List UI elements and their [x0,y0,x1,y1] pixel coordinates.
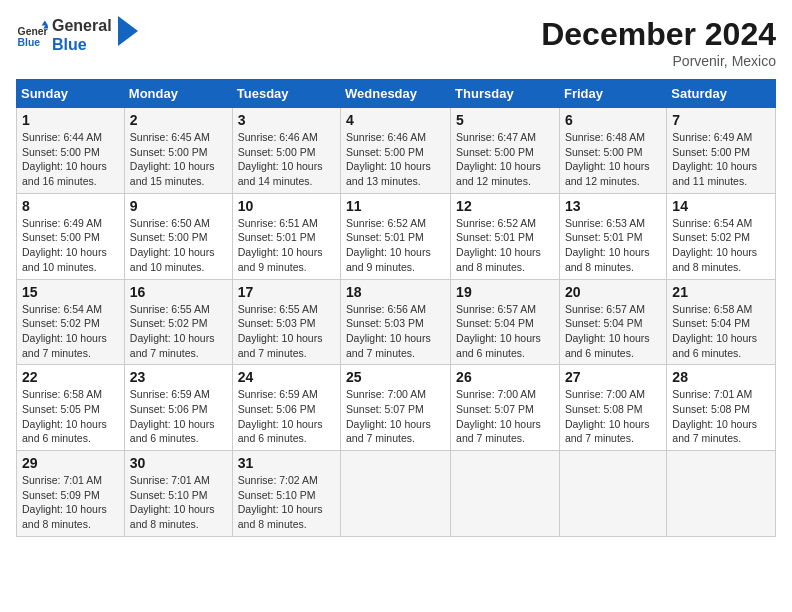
calendar-cell [451,451,560,537]
svg-text:Blue: Blue [18,37,41,48]
day-number: 31 [238,455,335,471]
day-info: Sunrise: 6:49 AM Sunset: 5:00 PM Dayligh… [672,130,770,189]
day-info: Sunrise: 6:57 AM Sunset: 5:04 PM Dayligh… [565,302,661,361]
calendar-cell: 31 Sunrise: 7:02 AM Sunset: 5:10 PM Dayl… [232,451,340,537]
day-info: Sunrise: 7:01 AM Sunset: 5:10 PM Dayligh… [130,473,227,532]
day-info: Sunrise: 7:01 AM Sunset: 5:09 PM Dayligh… [22,473,119,532]
calendar-cell: 30 Sunrise: 7:01 AM Sunset: 5:10 PM Dayl… [124,451,232,537]
day-info: Sunrise: 7:00 AM Sunset: 5:08 PM Dayligh… [565,387,661,446]
day-info: Sunrise: 6:55 AM Sunset: 5:03 PM Dayligh… [238,302,335,361]
calendar-week-row: 1 Sunrise: 6:44 AM Sunset: 5:00 PM Dayli… [17,108,776,194]
header: General Blue General Blue December 2024 … [16,16,776,69]
calendar-cell: 26 Sunrise: 7:00 AM Sunset: 5:07 PM Dayl… [451,365,560,451]
day-info: Sunrise: 6:59 AM Sunset: 5:06 PM Dayligh… [238,387,335,446]
day-number: 10 [238,198,335,214]
day-number: 30 [130,455,227,471]
day-info: Sunrise: 6:52 AM Sunset: 5:01 PM Dayligh… [456,216,554,275]
day-number: 11 [346,198,445,214]
day-info: Sunrise: 7:01 AM Sunset: 5:08 PM Dayligh… [672,387,770,446]
day-info: Sunrise: 6:48 AM Sunset: 5:00 PM Dayligh… [565,130,661,189]
calendar-cell: 11 Sunrise: 6:52 AM Sunset: 5:01 PM Dayl… [341,193,451,279]
day-number: 26 [456,369,554,385]
day-number: 13 [565,198,661,214]
logo: General Blue General Blue [16,16,138,54]
calendar-cell: 15 Sunrise: 6:54 AM Sunset: 5:02 PM Dayl… [17,279,125,365]
calendar-cell: 8 Sunrise: 6:49 AM Sunset: 5:00 PM Dayli… [17,193,125,279]
calendar-table: Sunday Monday Tuesday Wednesday Thursday… [16,79,776,537]
header-wednesday: Wednesday [341,80,451,108]
header-thursday: Thursday [451,80,560,108]
calendar-cell: 4 Sunrise: 6:46 AM Sunset: 5:00 PM Dayli… [341,108,451,194]
calendar-cell: 10 Sunrise: 6:51 AM Sunset: 5:01 PM Dayl… [232,193,340,279]
day-info: Sunrise: 7:00 AM Sunset: 5:07 PM Dayligh… [456,387,554,446]
calendar-cell: 5 Sunrise: 6:47 AM Sunset: 5:00 PM Dayli… [451,108,560,194]
day-number: 29 [22,455,119,471]
calendar-cell: 29 Sunrise: 7:01 AM Sunset: 5:09 PM Dayl… [17,451,125,537]
header-sunday: Sunday [17,80,125,108]
calendar-cell: 23 Sunrise: 6:59 AM Sunset: 5:06 PM Dayl… [124,365,232,451]
day-number: 19 [456,284,554,300]
month-title: December 2024 [541,16,776,53]
calendar-cell: 2 Sunrise: 6:45 AM Sunset: 5:00 PM Dayli… [124,108,232,194]
day-info: Sunrise: 6:53 AM Sunset: 5:01 PM Dayligh… [565,216,661,275]
calendar-cell: 1 Sunrise: 6:44 AM Sunset: 5:00 PM Dayli… [17,108,125,194]
calendar-cell: 14 Sunrise: 6:54 AM Sunset: 5:02 PM Dayl… [667,193,776,279]
day-number: 16 [130,284,227,300]
calendar-cell: 24 Sunrise: 6:59 AM Sunset: 5:06 PM Dayl… [232,365,340,451]
logo-general: General [52,16,112,35]
day-number: 25 [346,369,445,385]
svg-marker-4 [118,16,138,46]
calendar-cell: 20 Sunrise: 6:57 AM Sunset: 5:04 PM Dayl… [559,279,666,365]
day-number: 22 [22,369,119,385]
title-area: December 2024 Porvenir, Mexico [541,16,776,69]
day-number: 12 [456,198,554,214]
logo-icon: General Blue [16,19,48,51]
day-number: 28 [672,369,770,385]
day-info: Sunrise: 6:52 AM Sunset: 5:01 PM Dayligh… [346,216,445,275]
day-number: 6 [565,112,661,128]
header-tuesday: Tuesday [232,80,340,108]
calendar-cell: 16 Sunrise: 6:55 AM Sunset: 5:02 PM Dayl… [124,279,232,365]
day-number: 17 [238,284,335,300]
calendar-week-row: 15 Sunrise: 6:54 AM Sunset: 5:02 PM Dayl… [17,279,776,365]
location: Porvenir, Mexico [541,53,776,69]
calendar-cell: 28 Sunrise: 7:01 AM Sunset: 5:08 PM Dayl… [667,365,776,451]
day-info: Sunrise: 6:46 AM Sunset: 5:00 PM Dayligh… [238,130,335,189]
day-info: Sunrise: 6:58 AM Sunset: 5:05 PM Dayligh… [22,387,119,446]
calendar-cell: 27 Sunrise: 7:00 AM Sunset: 5:08 PM Dayl… [559,365,666,451]
calendar-week-row: 22 Sunrise: 6:58 AM Sunset: 5:05 PM Dayl… [17,365,776,451]
day-number: 15 [22,284,119,300]
day-info: Sunrise: 6:45 AM Sunset: 5:00 PM Dayligh… [130,130,227,189]
day-info: Sunrise: 6:44 AM Sunset: 5:00 PM Dayligh… [22,130,119,189]
day-number: 18 [346,284,445,300]
day-number: 1 [22,112,119,128]
day-info: Sunrise: 6:54 AM Sunset: 5:02 PM Dayligh… [22,302,119,361]
day-info: Sunrise: 6:59 AM Sunset: 5:06 PM Dayligh… [130,387,227,446]
day-info: Sunrise: 6:58 AM Sunset: 5:04 PM Dayligh… [672,302,770,361]
calendar-cell: 3 Sunrise: 6:46 AM Sunset: 5:00 PM Dayli… [232,108,340,194]
calendar-week-row: 8 Sunrise: 6:49 AM Sunset: 5:00 PM Dayli… [17,193,776,279]
header-saturday: Saturday [667,80,776,108]
calendar-cell: 18 Sunrise: 6:56 AM Sunset: 5:03 PM Dayl… [341,279,451,365]
calendar-cell: 21 Sunrise: 6:58 AM Sunset: 5:04 PM Dayl… [667,279,776,365]
calendar-cell: 12 Sunrise: 6:52 AM Sunset: 5:01 PM Dayl… [451,193,560,279]
calendar-cell [559,451,666,537]
calendar-header-row: Sunday Monday Tuesday Wednesday Thursday… [17,80,776,108]
day-number: 5 [456,112,554,128]
day-info: Sunrise: 6:51 AM Sunset: 5:01 PM Dayligh… [238,216,335,275]
day-number: 3 [238,112,335,128]
calendar-cell: 22 Sunrise: 6:58 AM Sunset: 5:05 PM Dayl… [17,365,125,451]
day-number: 7 [672,112,770,128]
day-number: 21 [672,284,770,300]
day-info: Sunrise: 6:47 AM Sunset: 5:00 PM Dayligh… [456,130,554,189]
day-number: 8 [22,198,119,214]
header-friday: Friday [559,80,666,108]
day-number: 27 [565,369,661,385]
day-number: 14 [672,198,770,214]
calendar-cell: 13 Sunrise: 6:53 AM Sunset: 5:01 PM Dayl… [559,193,666,279]
day-number: 20 [565,284,661,300]
day-info: Sunrise: 6:50 AM Sunset: 5:00 PM Dayligh… [130,216,227,275]
day-number: 23 [130,369,227,385]
calendar-cell: 6 Sunrise: 6:48 AM Sunset: 5:00 PM Dayli… [559,108,666,194]
day-info: Sunrise: 6:54 AM Sunset: 5:02 PM Dayligh… [672,216,770,275]
